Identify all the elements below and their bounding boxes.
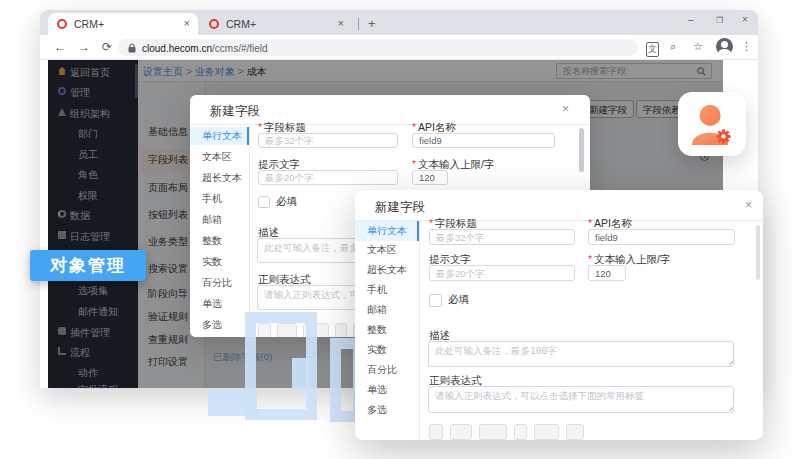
- text-limit-input[interactable]: [588, 265, 626, 281]
- tab-close-icon[interactable]: ×: [184, 17, 190, 29]
- browser-tab-1[interactable]: CRM+ ×: [48, 13, 198, 35]
- hecom-logo-watermark: [208, 390, 257, 416]
- required-label: 必填: [276, 195, 297, 209]
- required-checkbox[interactable]: [258, 196, 270, 208]
- bookmark-star-icon[interactable]: ☆: [693, 40, 703, 53]
- field-type-tabs: 单行文本 文本区 超长文本 手机 邮箱 整数 实数 百分比 单选 多选: [355, 221, 420, 440]
- tab-text-area[interactable]: 文本区: [355, 241, 419, 259]
- tab-divider: [358, 18, 359, 30]
- tab-long-text[interactable]: 超长文本: [190, 169, 249, 187]
- url-text: cloud.hecom.cn/ccms/#/field: [142, 43, 268, 54]
- browser-tab-2[interactable]: CRM+ ×: [200, 13, 352, 35]
- tab-integer[interactable]: 整数: [190, 232, 249, 250]
- tab-real-number[interactable]: 实数: [190, 253, 249, 271]
- text-limit-input[interactable]: [412, 170, 448, 185]
- tab-title: CRM+: [226, 18, 256, 30]
- back-icon[interactable]: ←: [54, 40, 66, 54]
- window-minimize-button[interactable]: –: [688, 14, 694, 25]
- address-bar[interactable]: cloud.hecom.cn/ccms/#/field: [118, 39, 638, 56]
- zoom-extension-icon[interactable]: ⌕: [670, 40, 676, 53]
- tab-real-number[interactable]: 实数: [355, 341, 419, 359]
- url-path: /ccms/#/field: [212, 43, 268, 54]
- modal-title: 新建字段: [375, 199, 425, 216]
- browser-navbar: ← → ⟳ cloud.hecom.cn/ccms/#/field 文 ⌕ ☆ …: [40, 35, 758, 60]
- tab-single-select[interactable]: 单选: [190, 295, 249, 313]
- tab-title: CRM+: [74, 18, 104, 30]
- window-close-button[interactable]: ×: [742, 14, 748, 25]
- new-tab-button[interactable]: +: [368, 16, 376, 31]
- regex-tag-chip[interactable]: [566, 424, 584, 440]
- api-name-input[interactable]: [588, 229, 735, 245]
- crm-favicon-icon: [209, 19, 219, 29]
- field-title-input[interactable]: [429, 229, 575, 245]
- reload-icon[interactable]: ⟳: [102, 40, 112, 54]
- modal-divider: [190, 124, 590, 125]
- object-management-label: 对象管理: [30, 250, 146, 281]
- modal-close-icon[interactable]: ×: [745, 198, 752, 212]
- tab-close-icon[interactable]: ×: [338, 17, 344, 29]
- crm-favicon-icon: [57, 19, 67, 29]
- tab-percentage[interactable]: 百分比: [190, 274, 249, 292]
- admin-avatar-card: [678, 92, 746, 156]
- api-name-input[interactable]: [412, 133, 555, 148]
- browser-tab-strip: CRM+ × CRM+ × + – ❐ ×: [40, 10, 758, 35]
- tab-email[interactable]: 邮箱: [190, 211, 249, 229]
- modal-scrollbar[interactable]: [756, 225, 760, 280]
- tab-email[interactable]: 邮箱: [355, 301, 419, 319]
- tab-mobile[interactable]: 手机: [190, 190, 249, 208]
- composition-canvas: CRM+ × CRM+ × + – ❐ × ← → ⟳ cloud.hecom.…: [0, 0, 792, 459]
- tab-percentage[interactable]: 百分比: [355, 361, 419, 379]
- regex-tag-chip[interactable]: [335, 323, 347, 337]
- regex-tag-chip[interactable]: [514, 424, 527, 440]
- window-maximize-button[interactable]: ❐: [716, 16, 723, 25]
- url-host: cloud.hecom.cn: [142, 43, 212, 54]
- tab-multi-select[interactable]: 多选: [190, 316, 249, 334]
- regex-tag-chip[interactable]: [429, 424, 443, 440]
- modal-title: 新建字段: [210, 103, 260, 120]
- tab-single-select[interactable]: 单选: [355, 381, 419, 399]
- tab-integer[interactable]: 整数: [355, 321, 419, 339]
- field-type-tabs: 单行文本 文本区 超长文本 手机 邮箱 整数 实数 百分比 单选 多选: [190, 125, 250, 337]
- lock-icon: [128, 43, 136, 55]
- hecom-logo-watermark: [292, 358, 309, 390]
- field-title-input[interactable]: [258, 133, 398, 148]
- tab-multi-select[interactable]: 多选: [355, 401, 419, 419]
- regex-tag-chip[interactable]: [479, 424, 507, 440]
- tab-long-text[interactable]: 超长文本: [355, 261, 419, 279]
- description-textarea[interactable]: [428, 341, 734, 367]
- regex-tag-chip[interactable]: [450, 424, 472, 440]
- user-gear-icon: [688, 101, 736, 147]
- tab-mobile[interactable]: 手机: [355, 281, 419, 299]
- chrome-menu-icon[interactable]: ⋮: [741, 40, 752, 53]
- modal-scrollbar[interactable]: [579, 128, 584, 172]
- new-field-modal-front: 新建字段 × 单行文本 文本区 超长文本 手机 邮箱 整数 实数 百分比 单选 …: [355, 190, 763, 440]
- chrome-profile-avatar[interactable]: [716, 38, 733, 55]
- regex-tag-chip[interactable]: [534, 424, 559, 440]
- tab-single-line-text[interactable]: 单行文本: [355, 221, 419, 241]
- hint-text-input[interactable]: [429, 265, 575, 281]
- forward-icon[interactable]: →: [78, 40, 90, 54]
- translate-icon[interactable]: 文: [646, 42, 659, 57]
- regex-textarea[interactable]: [428, 386, 734, 413]
- hint-text-input[interactable]: [258, 170, 398, 185]
- required-label: 必填: [448, 293, 469, 307]
- modal-close-icon[interactable]: ×: [562, 102, 569, 116]
- tab-single-line-text[interactable]: 单行文本: [190, 127, 249, 145]
- required-checkbox[interactable]: [429, 294, 442, 307]
- tab-text-area[interactable]: 文本区: [190, 148, 249, 166]
